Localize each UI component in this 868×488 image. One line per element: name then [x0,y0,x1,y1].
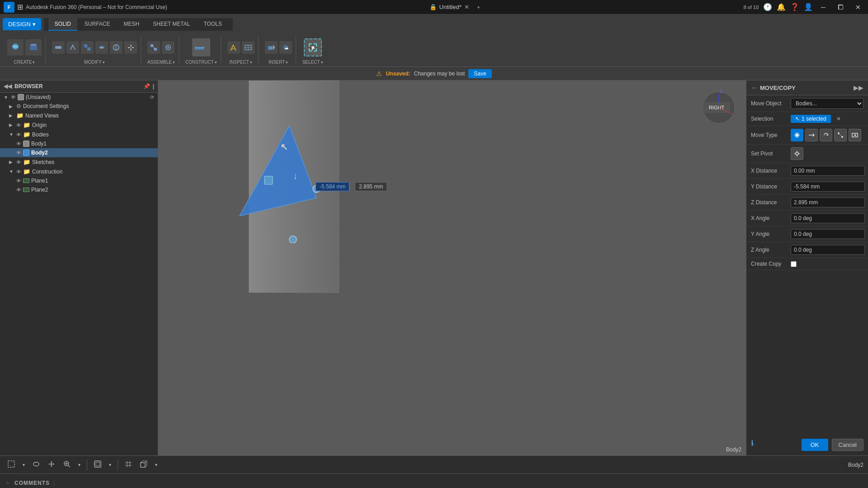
pan-tool[interactable] [45,458,58,472]
set-pivot-icon[interactable] [791,147,803,160]
modify-1-icon[interactable] [52,41,65,54]
browser-more-icon[interactable]: | [153,83,154,89]
create-group-label[interactable]: CREATE ▾ [14,60,35,65]
browser-item-body2[interactable]: 👁 Body2 [0,148,158,157]
move-type-free-btn[interactable] [791,129,803,141]
close-button[interactable]: ✕ [852,3,864,12]
help-icon[interactable]: ❓ [790,3,799,11]
comments-add-icon[interactable]: ＋ [5,479,11,487]
move-type-along-btn[interactable] [805,129,818,141]
visibility-icon-sketches[interactable]: 👁 [16,160,21,165]
tab-sheet-metal[interactable]: SHEET METAL [146,18,196,31]
add-tab-icon[interactable]: ＋ [476,3,481,11]
orbit-tool[interactable] [29,458,43,472]
inspect-group-label[interactable]: INSPECT ▾ [230,60,252,65]
construct-main-icon[interactable] [192,38,210,56]
insert-1-icon[interactable] [265,41,278,54]
create-extrude-icon[interactable] [7,39,24,56]
toolbar-dropdown-4[interactable]: ▾ [152,460,160,469]
tab-solid[interactable]: SOLID [48,18,77,31]
dim-label-z[interactable]: 2.895 mm [355,182,387,191]
browser-item-construction[interactable]: ▼ 👁 📁 Construction [0,167,158,176]
visibility-icon-body1[interactable]: 👁 [16,141,21,146]
bell-icon[interactable]: 🔔 [777,3,786,11]
construct-group-label[interactable]: CONSTRUCT ▾ [185,60,217,65]
user-icon[interactable]: 👤 [804,3,813,11]
visibility-icon-construction[interactable]: 👁 [16,169,21,174]
create-solid-icon[interactable] [25,39,42,56]
assemble-2-icon[interactable] [162,41,175,54]
select-main-icon[interactable] [304,38,322,56]
toolbar-dropdown-1[interactable]: ▾ [20,460,28,469]
browser-item-plane1[interactable]: 👁 Plane1 [0,176,158,185]
visibility-icon-plane1[interactable]: 👁 [16,178,21,183]
browser-item-body1[interactable]: 👁 Body1 [0,139,158,148]
tab-surface[interactable]: SURFACE [78,18,117,31]
info-icon[interactable]: ℹ [751,439,754,451]
display-mode-btn[interactable] [91,458,104,472]
browser-item-root[interactable]: ▼ 👁 (Unsaved) ⟳ [0,93,158,102]
modify-4-icon[interactable] [95,41,108,54]
visibility-icon-plane2[interactable]: 👁 [16,187,21,192]
select-group-label[interactable]: SELECT ▾ [302,60,323,65]
maximize-button[interactable]: ⧠ [834,3,847,12]
move-arrow-up[interactable]: ↖ [280,141,288,152]
z-distance-input[interactable]: 2.895 mm [791,197,865,207]
x-distance-input[interactable]: 0.00 mm [791,166,865,176]
cancel-button[interactable]: Cancel [832,439,863,451]
modify-2-icon[interactable] [66,41,79,54]
visibility-icon[interactable]: 👁 [11,94,16,100]
browser-item-named-views[interactable]: ▶ 📁 Named Views [0,111,158,120]
z-angle-input[interactable]: 0.0 deg [791,245,865,255]
y-distance-input[interactable]: -5.584 mm [791,182,865,192]
browser-item-doc-settings[interactable]: ▶ ⚙ Document Settings [0,102,158,111]
modify-group-label[interactable]: MODIFY ▾ [84,60,105,65]
move-type-face-btn[interactable] [849,129,861,141]
clock-icon[interactable]: 🕐 [763,3,772,11]
assemble-group-label[interactable]: ASSEMBLE ▾ [147,60,175,65]
design-dropdown-button[interactable]: DESIGN ▾ [3,18,41,30]
clear-selection-icon[interactable]: ✕ [836,116,841,122]
toolbar-dropdown-2[interactable]: ▾ [75,460,83,469]
assemble-1-icon[interactable] [147,41,160,54]
x-angle-input[interactable]: 0.0 deg [791,213,865,223]
grid-btn[interactable] [122,458,135,472]
viewport[interactable]: ↖ ↓ -5.584 mm ⋮ 2.895 mm Z RIGHT [158,80,746,455]
browser-collapse-icon[interactable]: ◀◀ [4,83,12,89]
ok-button[interactable]: OK [802,439,828,451]
y-angle-input[interactable]: 0.0 deg [791,229,865,239]
fit-tool[interactable] [60,458,74,472]
inspect-1-icon[interactable] [227,41,240,54]
browser-item-origin[interactable]: ▶ 👁 📁 Origin [0,120,158,130]
save-button[interactable]: Save [468,69,491,78]
selection-badge[interactable]: ↖ 1 selected [791,115,831,123]
visibility-icon-bodies[interactable]: 👁 [16,132,21,137]
browser-item-bodies[interactable]: ▼ 👁 📁 Bodies [0,130,158,139]
inspect-2-icon[interactable] [242,41,255,54]
browser-item-plane2[interactable]: 👁 Plane2 [0,185,158,194]
move-type-point-btn[interactable] [834,129,847,141]
visibility-icon-origin[interactable]: 👁 [16,122,21,128]
modify-6-icon[interactable]: ⊹ [124,41,137,54]
status-badge[interactable]: ⟳ [150,94,154,100]
move-object-select[interactable]: Bodies... [791,98,863,109]
tab-tools[interactable]: TOOLS [197,18,228,31]
move-arrow-down[interactable]: ↓ [293,171,297,181]
view-cube-btn[interactable] [137,458,151,472]
insert-group-label[interactable]: INSERT ▾ [269,60,288,65]
move-type-rotate-btn[interactable] [820,129,832,141]
dim-label-y[interactable]: -5.584 mm [316,182,349,191]
insert-2-icon[interactable]: ⛰ [279,41,292,54]
create-copy-checkbox[interactable] [791,261,797,267]
close-tab-icon[interactable]: ✕ [464,4,469,10]
modify-5-icon[interactable] [110,41,123,54]
modify-3-icon[interactable] [81,41,94,54]
browser-item-sketches[interactable]: ▶ 👁 📁 Sketches [0,157,158,167]
selection-tool-1[interactable] [5,458,18,472]
app-grid-icon[interactable]: ⊞ [17,3,23,11]
browser-pin-icon[interactable]: 📌 [143,83,150,89]
panel-expand-icon[interactable]: ▶▶ [854,84,863,91]
minimize-button[interactable]: ─ [817,3,829,12]
visibility-icon-body2[interactable]: 👁 [16,150,21,155]
tab-mesh[interactable]: MESH [118,18,146,31]
